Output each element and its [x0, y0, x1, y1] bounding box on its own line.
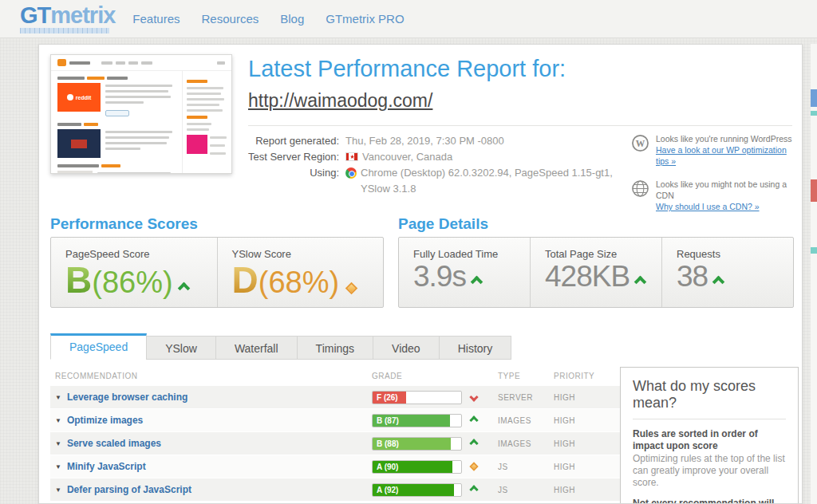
tab-timings[interactable]: Timings [297, 336, 374, 360]
report-meta: Report generated:Thu, Feb 28, 2019, 7:30… [248, 133, 613, 197]
chrome-icon [345, 167, 357, 179]
nav-link-resources[interactable]: Resources [202, 12, 259, 26]
thumb-article-title [57, 164, 99, 167]
scores-help-box: What do my scores mean? Rules are sorted… [620, 367, 799, 504]
grade-bar: A (90) [372, 460, 462, 474]
tab-history[interactable]: History [439, 336, 512, 360]
meta-text: Vancouver, Canada [362, 149, 452, 165]
up-arrow-icon [712, 276, 725, 289]
expand-caret-icon[interactable]: ▼ [55, 463, 61, 471]
expand-caret-icon[interactable]: ▼ [55, 440, 61, 447]
notice-wordpress: WLooks like you're running WordPressHave… [631, 133, 800, 167]
report-tabs: PageSpeedYSlowWaterfallTimingsVideoHisto… [50, 333, 511, 360]
recommendation-link-leverage-browser-caching[interactable]: Leverage browser caching [67, 392, 187, 403]
expand-caret-icon[interactable]: ▼ [55, 394, 61, 401]
thumb-ad-image [187, 135, 207, 154]
yslow-score-cell: YSlow ScoreD(68%) [217, 238, 384, 307]
type-cell: JS [498, 486, 554, 494]
notice-link[interactable]: Why should I use a CDN? » [656, 201, 800, 212]
grade-label: A (90) [377, 461, 398, 473]
cutoff-fragment [811, 89, 817, 107]
detail-label: Total Page Size [545, 248, 647, 260]
score-percent: (68%) [259, 267, 339, 297]
recommendation-name-cell: ▼Serve scaled images [50, 438, 372, 449]
fully-loaded-time-cell: Fully Loaded Time3.9s [399, 238, 530, 307]
recommendation-name-cell: ▼Minify JavaScript [50, 461, 372, 472]
nav-links: FeaturesResourcesBlogGTmetrix PRO [132, 12, 425, 26]
expand-caret-icon[interactable]: ▼ [55, 417, 61, 424]
nav-link-gtmetrix-pro[interactable]: GTmetrix PRO [326, 12, 404, 26]
thumb-article-text [97, 171, 176, 174]
score-value: D(68%) [232, 262, 369, 298]
thumb-article-title [107, 77, 128, 80]
svg-text:W: W [636, 139, 645, 148]
recommendation-link-serve-scaled-images[interactable]: Serve scaled images [67, 438, 161, 449]
globe-icon [631, 179, 650, 212]
column-header-grade: GRADE [372, 372, 498, 380]
detail-value: 3.9s [413, 262, 515, 291]
detail-label: Fully Loaded Time [413, 248, 515, 260]
grade-label: A (92) [377, 484, 398, 496]
nav-link-features[interactable]: Features [132, 12, 180, 26]
performance-scores-box: PageSpeed ScoreB(86%)YSlow ScoreD(68%) [50, 237, 384, 308]
tab-video[interactable]: Video [373, 336, 440, 360]
grade-cell: B (87) [372, 414, 498, 427]
recommendation-name-cell: ▼Defer parsing of JavaScript [50, 484, 372, 495]
meta-text: Thu, Feb 28, 2019, 7:30 PM -0800 [345, 133, 504, 149]
tab-waterfall[interactable]: Waterfall [215, 336, 298, 360]
recommendation-link-defer-parsing-of-javascript[interactable]: Defer parsing of JavaScript [67, 484, 191, 495]
report-card: reddit [38, 44, 803, 504]
score-label: PageSpeed Score [65, 248, 203, 260]
help-section-body: Optimizing rules at the top of the list … [633, 453, 786, 489]
logo-ruler-icon [20, 28, 109, 33]
wordpress-icon: W [631, 133, 650, 167]
thumb-article-quora [57, 123, 176, 158]
tab-pagespeed[interactable]: PageSpeed [50, 333, 147, 360]
score-letter: D [232, 262, 259, 298]
thumb-third-image [57, 171, 93, 174]
reddit-wordmark: reddit [76, 95, 91, 100]
recommendation-link-optimize-images[interactable]: Optimize images [67, 415, 143, 426]
recommendation-name-cell: ▼Leverage browser caching [50, 392, 372, 403]
score-label: YSlow Score [232, 248, 369, 260]
priority-cell: HIGH [554, 486, 620, 494]
meta-label: Report generated: [248, 133, 345, 149]
meta-label: Test Server Region: [248, 149, 345, 165]
report-meta-row: Report generated:Thu, Feb 28, 2019, 7:30… [248, 133, 613, 149]
grade-bar: F (26) [372, 391, 462, 404]
meta-text-line: Thu, Feb 28, 2019, 7:30 PM -0800 [345, 133, 504, 149]
page-title: Latest Performance Report for: [248, 56, 566, 82]
tab-yslow[interactable]: YSlow [146, 336, 216, 360]
report-meta-row: Test Server Region:Vancouver, Canada [248, 149, 613, 165]
score-percent: (86%) [92, 267, 172, 297]
nav-link-blog[interactable]: Blog [280, 12, 304, 26]
meta-text-line: Chrome (Desktop) 62.0.3202.94, PageSpeed… [361, 165, 613, 181]
cutoff-fragment [811, 247, 817, 254]
recommendation-row: ▼Optimize imagesB (87)IMAGESHIGH [50, 409, 620, 432]
pagespeed-score-cell: PageSpeed ScoreB(86%) [51, 238, 217, 307]
tested-url-link[interactable]: http://waimaodog.com/ [248, 90, 432, 112]
meta-value: Chrome (Desktop) 62.0.3202.94, PageSpeed… [345, 165, 613, 197]
recommendation-link-minify-javascript[interactable]: Minify JavaScript [67, 461, 146, 472]
recommendation-row: ▼Minify JavaScriptA (90)JSHIGH [50, 455, 620, 478]
diamond-indicator-icon [469, 462, 478, 471]
total-page-size-cell: Total Page Size428KB [530, 238, 661, 307]
thumb-reddit-image: reddit [57, 83, 101, 112]
site-screenshot-thumbnail[interactable]: reddit [50, 54, 232, 174]
detail-label: Requests [677, 248, 779, 260]
gtmetrix-logo[interactable]: GTmetrix [20, 4, 115, 33]
thumb-site-logo-icon [57, 59, 66, 66]
thumb-quora-image [57, 129, 101, 158]
column-header-priority: PRIORITY [554, 372, 620, 380]
expand-caret-icon[interactable]: ▼ [55, 486, 61, 494]
column-header-type: TYPE [498, 372, 554, 380]
up-arrow-icon [471, 276, 483, 289]
thumb-article-title-highlight [101, 164, 120, 167]
thumb-site-body: reddit [51, 71, 231, 174]
cutoff-fragment [811, 179, 817, 202]
recommendations-table-header: RECOMMENDATIONGRADETYPEPRIORITY [50, 367, 620, 386]
logo-metrix: metrix [50, 2, 115, 28]
notice-link[interactable]: Have a look at our WP optimization tips … [656, 144, 800, 167]
down-arrow-icon [469, 392, 478, 401]
scores-help-sections: Rules are sorted in order of impact upon… [633, 428, 786, 504]
